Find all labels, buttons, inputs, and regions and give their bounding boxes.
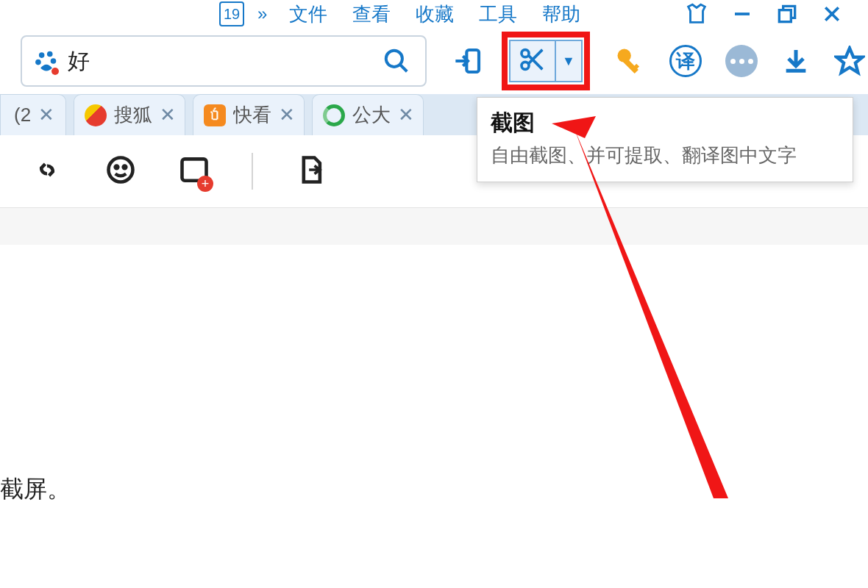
plus-badge-icon: + [197,176,213,192]
tab-gong[interactable]: 公大 ✕ [312,94,424,135]
separator [252,153,253,190]
close-window-icon[interactable] [821,3,843,25]
screenshot-button[interactable]: ▼ [509,40,583,82]
menu-help[interactable]: 帮助 [542,1,580,27]
tab-close-icon[interactable]: ✕ [398,104,414,126]
favorite-star-icon[interactable] [834,46,865,76]
more-dots-icon [730,59,753,64]
screenshot-tooltip: 截图 自由截图、并可提取、翻译图中文字 [477,97,853,182]
tab-label: 公大 [352,102,391,128]
svg-marker-18 [837,49,863,73]
green-favicon [323,104,345,126]
calendar-date-badge[interactable]: 19 [219,1,244,26]
svg-point-7 [51,58,57,64]
search-input[interactable] [68,49,383,74]
page-content: 截屏。 [0,207,868,545]
menu-bar: 19 » 文件 查看 收藏 工具 帮助 [0,0,868,28]
export-file-icon[interactable] [294,154,327,189]
chevron-right-icon[interactable]: » [257,4,267,24]
menu-favorites[interactable]: 收藏 [416,1,454,27]
chevron-down-icon[interactable]: ▼ [562,54,575,69]
link-icon[interactable] [31,154,63,189]
more-button[interactable] [725,45,758,77]
tab-sogou[interactable]: 搜狐 ✕ [74,94,185,135]
tab-label: 快看 [233,102,271,128]
password-key-icon[interactable] [613,45,646,77]
svg-point-6 [35,60,41,65]
tab-kuai[interactable]: Ⳳ 快看 ✕ [193,94,305,135]
tab-close-icon[interactable]: ✕ [38,104,54,126]
search-icon[interactable] [383,47,410,75]
toolbar-row: ▼ 译 [0,28,868,94]
baidu-logo-icon [32,47,60,75]
add-media-icon[interactable]: + [178,154,210,189]
translate-button[interactable]: 译 [669,45,702,77]
svg-rect-1 [779,10,791,22]
svg-line-9 [400,65,408,72]
tab-close-icon[interactable]: ✕ [279,104,295,126]
tooltip-description: 自由截图、并可提取、翻译图中文字 [491,143,839,168]
tab-close-icon[interactable]: ✕ [160,104,176,126]
menu-file[interactable]: 文件 [289,1,327,27]
svg-point-20 [115,166,118,169]
kuai-favicon: Ⳳ [204,104,226,126]
svg-point-21 [124,166,127,169]
tab-label: 搜狐 [114,102,152,128]
screenshot-button-highlight: ▼ [502,32,590,90]
minimize-icon[interactable] [731,3,753,25]
menu-view[interactable]: 查看 [352,1,391,27]
svg-point-8 [386,51,402,67]
menu-tools[interactable]: 工具 [479,1,517,27]
restore-icon[interactable] [775,2,799,26]
svg-point-4 [39,52,45,58]
tooltip-title: 截图 [491,108,839,138]
svg-point-5 [47,51,53,57]
sogou-favicon [85,104,107,126]
login-icon[interactable] [453,46,483,76]
search-box[interactable] [21,35,427,87]
svg-point-19 [109,158,133,182]
content-text: 截屏。 [0,473,71,506]
scissors-icon [518,45,547,77]
tab-label: (2 [14,104,31,126]
tab-0[interactable]: (2 ✕ [0,94,66,135]
emoji-icon[interactable] [104,154,137,189]
skin-icon[interactable] [684,1,709,26]
download-icon[interactable] [781,46,811,76]
